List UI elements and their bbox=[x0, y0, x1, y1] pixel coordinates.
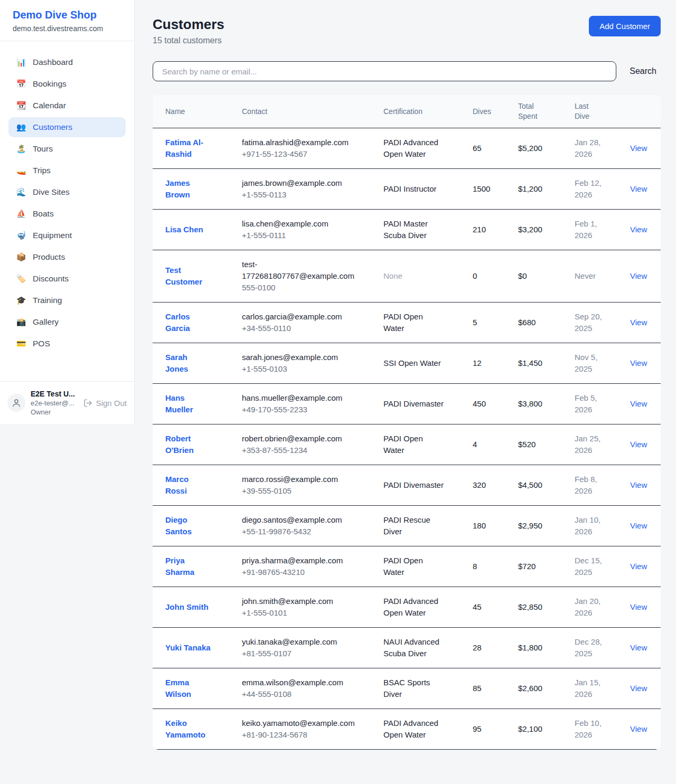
sidebar-item-trips[interactable]: 🚤 Trips bbox=[8, 160, 126, 181]
customer-phone: +1-555-0113 bbox=[242, 189, 371, 201]
sidebar-item-label: Customers bbox=[33, 122, 72, 133]
shop-name[interactable]: Demo Dive Shop bbox=[13, 8, 121, 21]
sidebar-item-gallery[interactable]: 📸 Gallery bbox=[8, 312, 126, 332]
sign-out-icon bbox=[83, 399, 92, 408]
sidebar-item-products[interactable]: 📦 Products bbox=[8, 247, 126, 267]
bar-chart-icon: 📊 bbox=[16, 57, 26, 68]
customer-phone: +34-555-0110 bbox=[242, 323, 371, 334]
avatar bbox=[7, 394, 25, 412]
customer-name-link[interactable]: Priya Sharma bbox=[165, 555, 212, 578]
dives-count: 28 bbox=[466, 628, 512, 668]
dives-count: 210 bbox=[466, 210, 512, 250]
table-row: Fatima Al-Rashid fatima.alrashid@example… bbox=[153, 128, 661, 169]
last-dive-date: Feb 10, 2026 bbox=[575, 717, 606, 741]
dives-count: 180 bbox=[466, 506, 512, 546]
view-link[interactable]: View bbox=[630, 225, 647, 234]
sidebar-item-customers[interactable]: 👥 Customers bbox=[8, 117, 126, 137]
total-spent-value: $2,850 bbox=[512, 587, 568, 628]
view-link[interactable]: View bbox=[630, 144, 647, 153]
customer-name-link[interactable]: Carlos Garcia bbox=[165, 311, 212, 334]
search-button[interactable]: Search bbox=[630, 67, 661, 76]
view-link[interactable]: View bbox=[630, 521, 647, 530]
customer-email: john.smith@example.com bbox=[242, 596, 357, 607]
view-link[interactable]: View bbox=[630, 724, 647, 733]
view-link[interactable]: View bbox=[630, 440, 647, 449]
table-row: Diego Santos diego.santos@example.com +5… bbox=[153, 506, 661, 546]
sidebar-item-dive-sites[interactable]: 🌊 Dive Sites bbox=[8, 182, 126, 202]
table-row: John Smith john.smith@example.com +1-555… bbox=[153, 587, 661, 628]
column-header-contact: Contact bbox=[236, 95, 377, 128]
view-link[interactable]: View bbox=[630, 480, 647, 489]
people-icon: 👥 bbox=[16, 122, 26, 133]
user-section: E2E Test U... e2e-tester@... Owner Sign … bbox=[0, 381, 134, 424]
last-dive-date: Jan 28, 2026 bbox=[575, 137, 606, 160]
page-header: Customers 15 total customers Add Custome… bbox=[153, 16, 661, 46]
sidebar-item-calendar[interactable]: 📆 Calendar bbox=[8, 96, 126, 116]
view-link[interactable]: View bbox=[630, 602, 647, 611]
view-link[interactable]: View bbox=[630, 318, 647, 327]
sign-out-button[interactable]: Sign Out bbox=[83, 399, 127, 408]
customer-phone: +971-55-123-4567 bbox=[242, 148, 371, 160]
customer-name-link[interactable]: Lisa Chen bbox=[165, 224, 203, 235]
customer-name-link[interactable]: James Brown bbox=[165, 177, 212, 201]
customers-table: Name Contact Certification Dives Total S… bbox=[153, 95, 661, 750]
view-link[interactable]: View bbox=[630, 358, 647, 367]
sidebar-item-label: Boats bbox=[33, 209, 54, 219]
certification-value: NAUI Advanced Scuba Diver bbox=[383, 636, 444, 659]
customer-name-link[interactable]: Test Customer bbox=[165, 265, 212, 288]
sidebar-item-discounts[interactable]: 🏷️ Discounts bbox=[8, 269, 126, 289]
sidebar-item-label: Training bbox=[33, 295, 62, 306]
sidebar-item-tours[interactable]: 🏝️ Tours bbox=[8, 139, 126, 159]
diving-mask-icon: 🤿 bbox=[16, 230, 26, 241]
search-input[interactable] bbox=[153, 61, 616, 81]
customer-name-link[interactable]: Diego Santos bbox=[165, 514, 212, 537]
sidebar-item-training[interactable]: 🎓 Training bbox=[8, 290, 126, 310]
certification-value: PADI Divemaster bbox=[383, 398, 444, 410]
customer-phone: +44-555-0108 bbox=[242, 688, 371, 700]
view-link[interactable]: View bbox=[630, 562, 647, 571]
total-spent-value: $1,800 bbox=[512, 628, 568, 668]
customer-name-link[interactable]: Keiko Yamamoto bbox=[165, 717, 212, 741]
add-customer-button[interactable]: Add Customer bbox=[589, 16, 661, 36]
certification-value: SSI Open Water bbox=[383, 357, 441, 369]
customer-name-link[interactable]: Robert O'Brien bbox=[165, 433, 212, 456]
table-row: Sarah Jones sarah.jones@example.com +1-5… bbox=[153, 343, 661, 384]
customer-email: lisa.chen@example.com bbox=[242, 218, 357, 230]
customers-table-card: Name Contact Certification Dives Total S… bbox=[153, 95, 661, 750]
sidebar-item-dashboard[interactable]: 📊 Dashboard bbox=[8, 52, 126, 72]
view-link[interactable]: View bbox=[630, 684, 647, 693]
sidebar-item-label: Tours bbox=[33, 144, 53, 154]
total-spent-value: $3,200 bbox=[512, 210, 568, 250]
customer-name-link[interactable]: Yuki Tanaka bbox=[165, 642, 211, 654]
last-dive-date: Jan 15, 2026 bbox=[575, 677, 606, 700]
sidebar-item-boats[interactable]: ⛵ Boats bbox=[8, 204, 126, 224]
view-link[interactable]: View bbox=[630, 271, 647, 280]
customer-name-link[interactable]: Marco Rossi bbox=[165, 474, 212, 497]
camera-icon: 📸 bbox=[16, 317, 26, 327]
sidebar-item-label: Products bbox=[33, 252, 65, 262]
customer-name-link[interactable]: Emma Wilson bbox=[165, 677, 212, 700]
view-link[interactable]: View bbox=[630, 399, 647, 408]
view-link[interactable]: View bbox=[630, 643, 647, 652]
customer-name-link[interactable]: Fatima Al-Rashid bbox=[165, 137, 212, 160]
customer-name-link[interactable]: Hans Mueller bbox=[165, 392, 212, 415]
customer-email: diego.santos@example.com bbox=[242, 514, 357, 526]
customer-email: marco.rossi@example.com bbox=[242, 474, 357, 485]
customer-name-link[interactable]: John Smith bbox=[165, 601, 209, 613]
customer-email: robert.obrien@example.com bbox=[242, 433, 357, 445]
view-link[interactable]: View bbox=[630, 184, 647, 193]
customer-phone: 555-0100 bbox=[242, 282, 371, 294]
table-row: Keiko Yamamoto keiko.yamamoto@example.co… bbox=[153, 709, 661, 750]
customer-email: priya.sharma@example.com bbox=[242, 555, 357, 566]
sidebar-item-pos[interactable]: 💳 POS bbox=[8, 334, 126, 354]
certification-value: PADI Advanced Open Water bbox=[383, 596, 444, 619]
sidebar-item-bookings[interactable]: 📅 Bookings bbox=[8, 74, 126, 94]
customer-phone: +353-87-555-1234 bbox=[242, 445, 371, 456]
column-header-last-dive: Last Dive bbox=[568, 95, 624, 128]
column-header-dives: Dives bbox=[466, 95, 512, 128]
sidebar-item-equipment[interactable]: 🤿 Equipment bbox=[8, 225, 126, 245]
tear-off-calendar-icon: 📆 bbox=[16, 100, 26, 111]
table-row: Priya Sharma priya.sharma@example.com +9… bbox=[153, 546, 661, 587]
dives-count: 85 bbox=[466, 668, 512, 709]
customer-name-link[interactable]: Sarah Jones bbox=[165, 352, 212, 375]
